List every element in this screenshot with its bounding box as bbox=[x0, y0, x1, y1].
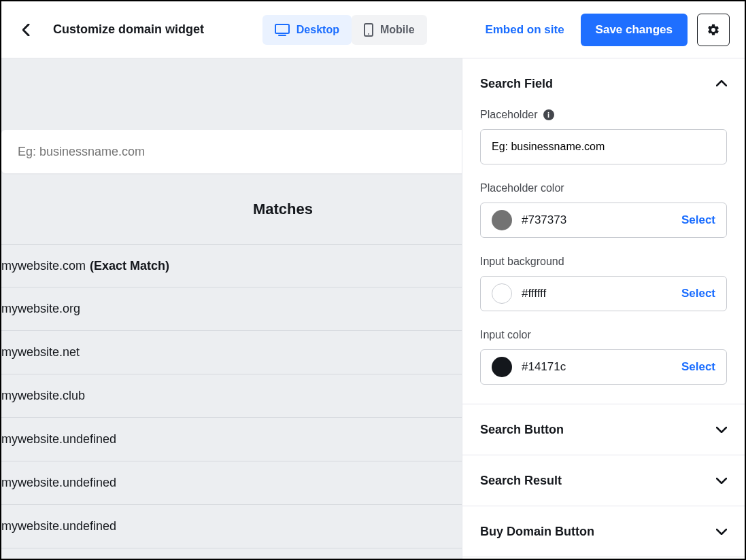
side-panel: Search Field Placeholder i Placeholder c… bbox=[462, 58, 745, 559]
section-search-result-header[interactable]: Search Result bbox=[462, 455, 745, 506]
select-color-button[interactable]: Select bbox=[681, 360, 715, 374]
field-input-color: Input color #14171c Select bbox=[480, 329, 727, 385]
input-bg-color-row: #ffffff Select bbox=[480, 276, 727, 311]
gear-icon bbox=[707, 23, 720, 37]
preview-inner: Matches mywebsite.com(Exact Match)mywebs… bbox=[1, 130, 462, 548]
section-title: Search Result bbox=[480, 474, 562, 488]
result-row[interactable]: mywebsite.net bbox=[1, 331, 462, 374]
result-domain: mywebsite.net bbox=[1, 345, 80, 360]
body-area: Matches mywebsite.com(Exact Match)mywebs… bbox=[1, 58, 745, 559]
section-title: Search Field bbox=[480, 77, 553, 91]
svg-rect-0 bbox=[275, 24, 289, 33]
result-row[interactable]: mywebsite.org bbox=[1, 287, 462, 331]
result-row[interactable]: mywebsite.club bbox=[1, 374, 462, 418]
preview-search-box bbox=[1, 130, 462, 173]
result-domain: mywebsite.com bbox=[1, 259, 86, 273]
color-swatch bbox=[492, 357, 512, 377]
settings-button[interactable] bbox=[697, 14, 730, 46]
color-swatch bbox=[492, 283, 512, 304]
field-placeholder-color: Placeholder color #737373 Select bbox=[480, 182, 727, 238]
result-domain: mywebsite.undefined bbox=[1, 519, 116, 533]
field-label: Input background bbox=[480, 256, 727, 268]
result-domain: mywebsite.undefined bbox=[1, 432, 116, 447]
save-button[interactable]: Save changes bbox=[581, 14, 688, 46]
desktop-tab-label: Desktop bbox=[296, 24, 339, 36]
section-search-result: Search Result bbox=[462, 455, 745, 506]
mobile-icon bbox=[364, 23, 373, 37]
device-switch: Desktop Mobile bbox=[215, 15, 474, 45]
desktop-tab[interactable]: Desktop bbox=[262, 15, 352, 45]
matches-heading: Matches bbox=[1, 200, 462, 218]
info-icon[interactable]: i bbox=[543, 109, 554, 120]
field-label: Placeholder color bbox=[480, 182, 727, 194]
svg-point-3 bbox=[368, 33, 369, 35]
select-color-button[interactable]: Select bbox=[681, 213, 715, 227]
preview-search-input[interactable] bbox=[18, 145, 462, 159]
page-title: Customize domain widget bbox=[53, 22, 204, 37]
section-search-button-header[interactable]: Search Button bbox=[462, 404, 745, 455]
result-extra: (Exact Match) bbox=[90, 259, 169, 273]
color-hex: #737373 bbox=[522, 213, 672, 227]
result-row[interactable]: mywebsite.undefined bbox=[1, 505, 462, 548]
color-swatch bbox=[492, 210, 512, 230]
result-domain: mywebsite.undefined bbox=[1, 476, 116, 490]
color-hex: #14171c bbox=[522, 360, 672, 374]
section-buy-button: Buy Domain Button bbox=[462, 506, 745, 557]
chevron-up-icon bbox=[716, 80, 727, 87]
result-domain: mywebsite.club bbox=[1, 389, 85, 403]
placeholder-input[interactable] bbox=[480, 129, 727, 164]
mobile-tab[interactable]: Mobile bbox=[352, 15, 427, 45]
field-placeholder: Placeholder i bbox=[480, 109, 727, 164]
field-label: Input color bbox=[480, 329, 727, 341]
preview-area: Matches mywebsite.com(Exact Match)mywebs… bbox=[1, 58, 462, 559]
select-color-button[interactable]: Select bbox=[681, 287, 715, 300]
result-row[interactable]: mywebsite.com(Exact Match) bbox=[1, 244, 462, 287]
chevron-down-icon bbox=[716, 528, 727, 535]
section-search-field: Search Field Placeholder i Placeholder c… bbox=[462, 58, 745, 404]
field-input-background: Input background #ffffff Select bbox=[480, 256, 727, 311]
header-left: Customize domain widget bbox=[16, 20, 204, 39]
chevron-left-icon bbox=[22, 24, 30, 36]
field-label: Placeholder i bbox=[480, 109, 727, 121]
section-buy-button-header[interactable]: Buy Domain Button bbox=[462, 506, 745, 557]
label-text: Placeholder bbox=[480, 109, 538, 121]
section-search-button: Search Button bbox=[462, 404, 745, 455]
section-title: Search Button bbox=[480, 423, 564, 437]
mobile-tab-label: Mobile bbox=[380, 24, 415, 36]
input-color-row: #14171c Select bbox=[480, 349, 727, 385]
embed-link[interactable]: Embed on site bbox=[485, 23, 564, 37]
chevron-down-icon bbox=[716, 477, 727, 484]
desktop-icon bbox=[275, 24, 290, 36]
chevron-down-icon bbox=[716, 426, 727, 433]
results-list: mywebsite.com(Exact Match)mywebsite.orgm… bbox=[1, 244, 462, 548]
header-right: Embed on site Save changes bbox=[485, 14, 730, 46]
section-search-field-body: Placeholder i Placeholder color #737373 … bbox=[462, 109, 745, 404]
result-row[interactable]: mywebsite.undefined bbox=[1, 418, 462, 461]
color-hex: #ffffff bbox=[522, 287, 672, 300]
header-bar: Customize domain widget Desktop Mobile E… bbox=[1, 1, 745, 58]
placeholder-color-row: #737373 Select bbox=[480, 203, 727, 238]
result-domain: mywebsite.org bbox=[1, 302, 80, 316]
section-title: Buy Domain Button bbox=[480, 525, 594, 539]
section-search-field-header[interactable]: Search Field bbox=[462, 58, 745, 109]
back-button[interactable] bbox=[16, 20, 35, 39]
result-row[interactable]: mywebsite.undefined bbox=[1, 461, 462, 505]
